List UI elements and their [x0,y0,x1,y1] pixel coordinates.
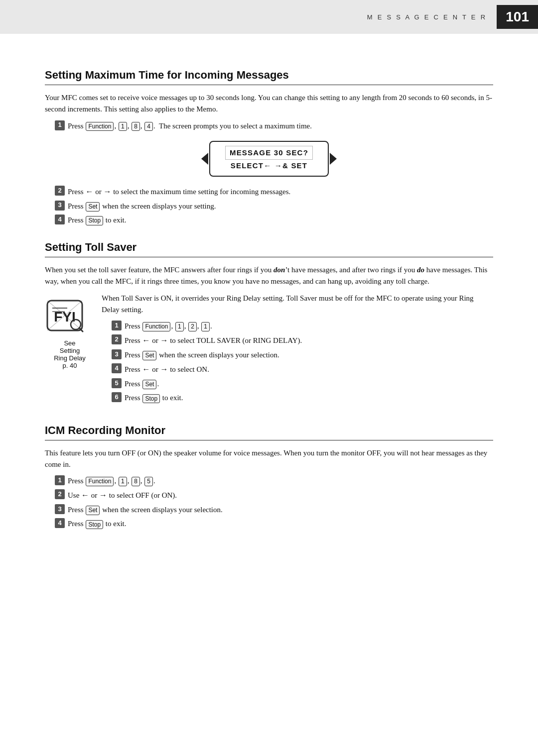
step-3-2-text: Use ← or → to select OFF (or ON). [68,489,177,502]
section2-intro: When you set the toll saver feature, the… [45,264,493,288]
step-2-6: 6 Press Stop to exit. [112,392,493,404]
step-2-3-text: Press Set when the screen displays your … [125,349,279,361]
fyi-steps-area: When Toll Saver is ON, it overrides your… [102,293,493,409]
section1-intro: Your MFC comes set to receive voice mess… [45,92,493,115]
step-badge-1: 1 [55,120,65,130]
section1-divider [45,85,493,85]
step-2-1-text: Press Function, 1, 2, 1. [125,321,212,332]
key-8: 8 [132,122,140,131]
step-badge-2-2: 2 [112,334,122,344]
step-badge-2-4: 4 [112,363,122,373]
fyi-svg: FYI [45,296,85,335]
lcd-row2-text: SELECT← →& SET [231,161,307,170]
step-badge-3-2: 2 [55,489,65,499]
key-set-3: Set [142,380,156,389]
step-3-3-text: Press Set when the screen displays your … [68,504,223,516]
step-2-2: 2 Press ← or → to select TOLL SAVER (or … [112,334,493,347]
step-badge-2-3: 3 [112,349,122,359]
step-3-4-text: Press Stop to exit. [68,518,127,530]
page-number: 101 [497,5,538,29]
step-3-4: 4 Press Stop to exit. [55,518,493,530]
step-badge-1-2: 2 [55,186,65,196]
key-4: 4 [144,122,153,131]
step-badge-2-5: 5 [112,378,122,388]
fyi-caption: SeeSettingRing Delayp. 40 [54,339,86,369]
step-1-1: 1 Press Function, 1, 8, 4. The screen pr… [55,120,493,132]
step-2-1: 1 Press Function, 1, 2, 1. [112,321,493,332]
key-function-3: Function [86,477,114,486]
section-icm: ICM Recording Monitor This feature lets … [45,424,493,530]
step-1-4-text: Press Stop to exit. [68,215,127,226]
arrow-right-3: → [160,365,168,373]
lcd-row1: MESSAGE 30 SEC? [224,146,314,160]
key-1d: 1 [119,477,127,486]
key-2: 2 [188,322,197,331]
arrow-left-4: ← [81,491,89,499]
arrow-right-icon: → [103,187,111,196]
key-set-4: Set [86,506,100,515]
arrow-right-4: → [99,491,107,499]
fyi-icon: FYI [45,296,90,337]
step-2-4-text: Press ← or → to select ON. [125,363,209,376]
fyi-section: FYI SeeSettingRing Delayp. 40 When Toll … [45,293,493,409]
step-2-3: 3 Press Set when the screen displays you… [112,349,493,361]
header-title: M E S S A G E C E N T E R [0,13,497,21]
section3-steps: 1 Press Function, 1, 8, 5. 2 Use ← or → … [55,475,493,530]
main-content: Setting Maximum Time for Incoming Messag… [0,34,538,555]
step-2-2-text: Press ← or → to select TOLL SAVER (or RI… [125,334,302,347]
fyi-icon-area: FYI SeeSettingRing Delayp. 40 [45,293,95,369]
section2-divider [45,257,493,257]
step-3-1: 1 Press Function, 1, 8, 5. [55,475,493,487]
key-1c: 1 [201,322,210,331]
lcd-row1-inner: MESSAGE 30 SEC? [225,146,313,160]
step-badge-3-1: 1 [55,475,65,485]
section2-note: When Toll Saver is ON, it overrides your… [102,293,493,316]
step-badge-2-1: 1 [112,321,122,330]
key-stop-1: Stop [86,216,103,225]
step-2-4: 4 Press ← or → to select ON. [112,363,493,376]
key-stop-3: Stop [86,520,103,530]
dont-text: don [273,266,285,274]
section3-title: ICM Recording Monitor [45,424,493,437]
section2-title: Setting Toll Saver [45,241,493,254]
section3-intro: This feature lets you turn OFF (or ON) t… [45,447,493,471]
section1-steps-2: 2 Press ← or → to select the maximum tim… [55,186,493,226]
step-2-5-text: Press Set. [125,378,159,390]
step-badge-2-6: 6 [112,392,122,402]
key-function: Function [86,122,114,131]
step-1-2-text: Press ← or → to select the maximum time … [68,186,290,198]
section1-steps: 1 Press Function, 1, 8, 4. The screen pr… [55,120,493,132]
step-1-1-text: Press Function, 1, 8, 4. The screen prom… [68,120,312,132]
section-toll-saver: Setting Toll Saver When you set the toll… [45,241,493,409]
lcd-row2: SELECT← →& SET [224,160,314,172]
key-function-2: Function [142,322,170,331]
do-text: do [417,266,424,274]
section2-steps: 1 Press Function, 1, 2, 1. 2 Press ← or … [112,321,493,404]
step-1-3-text: Press Set when the screen displays your … [68,201,216,212]
step-badge-3-4: 4 [55,518,65,528]
step-2-5: 5 Press Set. [112,378,493,390]
key-8b: 8 [132,477,140,486]
key-5: 5 [144,477,153,486]
arrow-left-2: ← [142,336,150,344]
section1-title: Setting Maximum Time for Incoming Messag… [45,69,493,82]
arrow-left-3: ← [142,365,150,373]
key-1b: 1 [175,322,184,331]
page-header: M E S S A G E C E N T E R 101 [0,0,538,34]
key-set-1: Set [86,202,100,212]
step-3-3: 3 Press Set when the screen displays you… [55,504,493,516]
step-1-2: 2 Press ← or → to select the maximum tim… [55,186,493,198]
lcd-display: MESSAGE 30 SEC? SELECT← →& SET [209,141,329,177]
arrow-right-2: → [160,336,168,344]
section-max-time: Setting Maximum Time for Incoming Messag… [45,69,493,226]
key-set-2: Set [142,351,156,360]
step-badge-1-4: 4 [55,215,65,224]
step-2-6-text: Press Stop to exit. [125,392,183,404]
step-1-3: 3 Press Set when the screen displays you… [55,201,493,212]
step-3-2: 2 Use ← or → to select OFF (or ON). [55,489,493,502]
lcd-display-container: MESSAGE 30 SEC? SELECT← →& SET [45,141,493,177]
key-1a: 1 [119,122,127,131]
step-badge-3-3: 3 [55,504,65,514]
arrow-left-icon: ← [85,187,93,196]
step-1-4: 4 Press Stop to exit. [55,215,493,226]
